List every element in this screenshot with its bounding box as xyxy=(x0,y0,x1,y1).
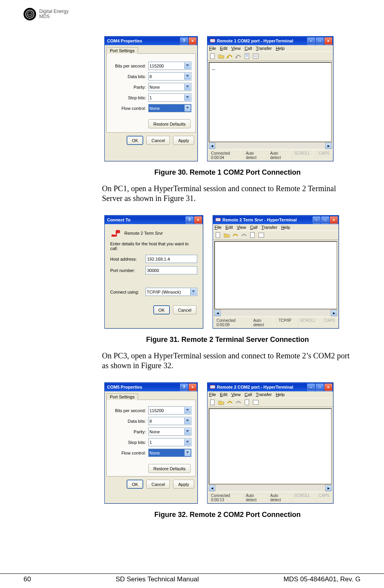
menu-call[interactable]: Call xyxy=(244,392,252,397)
bps-select[interactable]: 115200 xyxy=(148,62,191,70)
menu-help[interactable]: Help xyxy=(276,46,285,51)
menu-help[interactable]: Help xyxy=(276,392,285,397)
parity-select[interactable]: None xyxy=(148,83,191,91)
apply-button[interactable]: Apply xyxy=(173,136,194,145)
flow-select[interactable]: None xyxy=(148,449,191,457)
terminal-output[interactable] xyxy=(209,408,332,484)
apply-button[interactable]: Apply xyxy=(173,480,194,489)
horizontal-scrollbar[interactable]: ◂ ▸ xyxy=(209,142,332,148)
menu-help[interactable]: Help xyxy=(281,225,290,230)
connect-icon[interactable] xyxy=(226,399,233,406)
menu-file[interactable]: File xyxy=(215,225,222,230)
disconnect-icon[interactable] xyxy=(235,399,242,406)
horizontal-scrollbar[interactable]: ◂ ▸ xyxy=(214,309,337,316)
ok-button[interactable]: OK xyxy=(127,480,143,489)
horizontal-scrollbar[interactable]: ◂ ▸ xyxy=(209,484,332,491)
parity-select[interactable]: None xyxy=(148,427,191,436)
scroll-right-icon[interactable]: ▸ xyxy=(325,485,332,491)
stopbits-select[interactable]: 1 xyxy=(148,438,191,446)
stopbits-select[interactable]: 1 xyxy=(148,93,191,102)
cancel-button[interactable]: Cancel xyxy=(146,480,170,489)
tab-port-settings[interactable]: Port Settings xyxy=(106,393,138,400)
restore-defaults-button[interactable]: Restore Defaults xyxy=(148,464,191,473)
disconnect-icon[interactable] xyxy=(235,53,242,60)
send-icon[interactable] xyxy=(244,399,251,406)
open-icon[interactable] xyxy=(223,232,230,239)
menu-call[interactable]: Call xyxy=(244,46,252,51)
close-icon[interactable]: × xyxy=(324,37,332,45)
maximize-icon[interactable]: □ xyxy=(316,37,324,45)
open-icon[interactable] xyxy=(218,399,225,406)
host-label: Host address: xyxy=(110,257,146,261)
ok-button[interactable]: OK xyxy=(153,305,170,314)
tab-port-settings[interactable]: Port Settings xyxy=(106,47,138,54)
scroll-left-icon[interactable]: ◂ xyxy=(209,142,215,149)
menu-call[interactable]: Call xyxy=(250,225,257,230)
minimize-icon[interactable]: − xyxy=(307,37,315,45)
scroll-left-icon[interactable]: ◂ xyxy=(214,310,221,316)
properties-icon[interactable] xyxy=(258,232,265,239)
send-icon[interactable] xyxy=(249,232,256,239)
disconnect-icon[interactable] xyxy=(240,232,248,239)
close-icon[interactable]: × xyxy=(330,216,338,224)
help-button-icon[interactable]: ? xyxy=(186,216,193,224)
close-icon[interactable]: × xyxy=(189,37,197,45)
cancel-button[interactable]: Cancel xyxy=(146,136,170,145)
new-icon[interactable] xyxy=(215,232,222,239)
databits-select[interactable]: 8 xyxy=(148,72,191,80)
menu-transfer[interactable]: Transfer xyxy=(256,392,272,397)
menu-edit[interactable]: Edit xyxy=(220,392,227,397)
ok-button[interactable]: OK xyxy=(127,136,143,145)
ge-logo-icon: GE xyxy=(24,8,36,20)
properties-icon[interactable] xyxy=(252,53,259,60)
send-icon[interactable] xyxy=(244,53,251,60)
menu-file[interactable]: File xyxy=(209,392,216,397)
close-icon[interactable]: × xyxy=(189,383,197,391)
help-button-icon[interactable]: ? xyxy=(180,383,188,391)
cancel-button[interactable]: Cancel xyxy=(173,305,197,314)
port-input[interactable]: 30000 xyxy=(146,266,197,274)
help-button-icon[interactable]: ? xyxy=(180,37,188,45)
minimize-icon[interactable]: − xyxy=(313,216,320,224)
connect-using-select[interactable]: TCP/IP (Winsock) xyxy=(146,288,197,296)
scroll-right-icon[interactable]: ▸ xyxy=(331,310,337,316)
host-input[interactable]: 192.168.1.4 xyxy=(146,255,197,263)
databits-select[interactable]: 8 xyxy=(148,417,191,425)
maximize-icon[interactable]: □ xyxy=(316,383,324,391)
flow-select[interactable]: None xyxy=(148,104,191,112)
scroll-right-icon[interactable]: ▸ xyxy=(325,142,332,149)
close-icon[interactable]: × xyxy=(324,383,332,391)
restore-defaults-button[interactable]: Restore Defaults xyxy=(148,119,191,128)
new-icon[interactable] xyxy=(209,399,216,406)
chevron-down-icon xyxy=(192,290,195,292)
minimize-icon[interactable]: − xyxy=(307,383,315,391)
scroll-left-icon[interactable]: ◂ xyxy=(209,485,215,491)
menu-view[interactable]: View xyxy=(231,46,241,51)
bps-select[interactable]: 115200 xyxy=(148,406,191,415)
status-scroll: SCROLL xyxy=(298,318,318,327)
maximize-icon[interactable]: □ xyxy=(321,216,329,224)
close-icon[interactable]: × xyxy=(194,216,202,224)
hyperterminal-window-1: Remote 1 COM2 port - HyperTerminal − □ ×… xyxy=(207,36,333,161)
svg-rect-21 xyxy=(245,400,249,405)
menu-view[interactable]: View xyxy=(237,225,246,230)
menu-transfer[interactable]: Transfer xyxy=(261,225,277,230)
properties-icon[interactable] xyxy=(252,399,259,406)
menu-transfer[interactable]: Transfer xyxy=(256,46,272,51)
connect-icon[interactable] xyxy=(232,232,239,239)
menu-edit[interactable]: Edit xyxy=(220,46,227,51)
menu-view[interactable]: View xyxy=(231,392,241,397)
figure-32: COM5 Properties ? × Port Settings Bits p… xyxy=(104,382,353,504)
svg-rect-20 xyxy=(210,400,214,405)
menu-edit[interactable]: Edit xyxy=(226,225,233,230)
new-icon[interactable] xyxy=(209,53,216,60)
menu-file[interactable]: File xyxy=(209,46,216,51)
connect-icon[interactable] xyxy=(226,53,233,60)
stopbits-label: Stop bits: xyxy=(111,95,146,100)
open-icon[interactable] xyxy=(218,53,225,60)
svg-point-5 xyxy=(227,57,229,58)
terminal-output[interactable]: _ xyxy=(209,62,332,142)
figure-30-caption: Figure 30. Remote 1 COM2 Port Connection xyxy=(102,168,353,177)
chevron-down-icon xyxy=(186,86,189,88)
terminal-output[interactable] xyxy=(214,241,337,309)
